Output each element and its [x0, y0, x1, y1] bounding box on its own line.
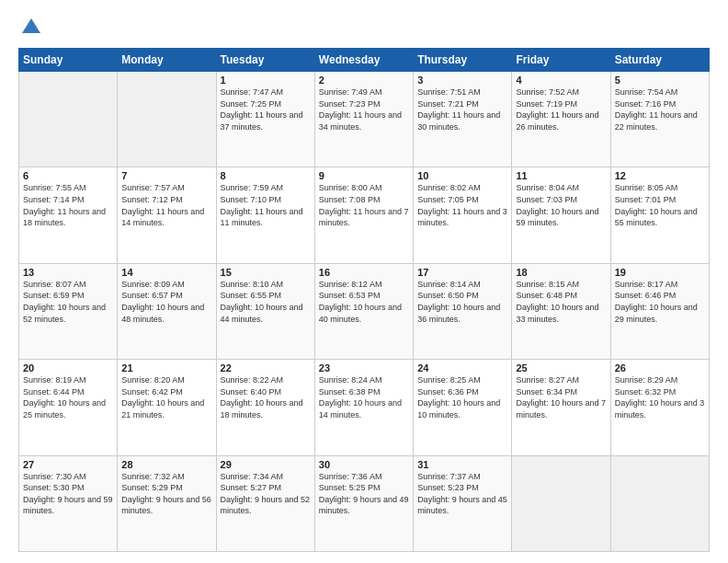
calendar-cell: 16Sunrise: 8:12 AM Sunset: 6:53 PM Dayli… — [314, 263, 413, 359]
day-info: Sunrise: 7:47 AM Sunset: 7:25 PM Dayligh… — [221, 86, 311, 132]
day-number: 22 — [221, 362, 311, 373]
day-number: 30 — [319, 459, 409, 470]
day-info: Sunrise: 8:12 AM Sunset: 6:53 PM Dayligh… — [319, 279, 409, 325]
day-info: Sunrise: 8:27 AM Sunset: 6:34 PM Dayligh… — [516, 374, 606, 420]
calendar-cell: 24Sunrise: 8:25 AM Sunset: 6:36 PM Dayli… — [414, 360, 512, 455]
calendar-cell: 12Sunrise: 8:05 AM Sunset: 7:01 PM Dayli… — [610, 167, 709, 263]
day-number: 6 — [23, 170, 113, 181]
day-info: Sunrise: 7:55 AM Sunset: 7:14 PM Dayligh… — [23, 182, 113, 228]
day-number: 15 — [221, 267, 311, 278]
day-number: 24 — [417, 362, 507, 373]
day-number: 10 — [417, 170, 507, 181]
day-info: Sunrise: 8:00 AM Sunset: 7:08 PM Dayligh… — [319, 182, 409, 228]
calendar-day-header: Thursday — [414, 49, 512, 72]
day-info: Sunrise: 8:17 AM Sunset: 6:46 PM Dayligh… — [615, 279, 705, 325]
day-info: Sunrise: 7:49 AM Sunset: 7:23 PM Dayligh… — [319, 86, 409, 132]
day-number: 25 — [516, 362, 606, 373]
day-info: Sunrise: 7:37 AM Sunset: 5:23 PM Dayligh… — [417, 471, 507, 517]
day-info: Sunrise: 7:59 AM Sunset: 7:10 PM Dayligh… — [221, 182, 311, 228]
calendar-day-header: Wednesday — [314, 49, 413, 72]
calendar-cell: 14Sunrise: 8:09 AM Sunset: 6:57 PM Dayli… — [118, 263, 216, 359]
day-number: 19 — [615, 267, 705, 278]
day-info: Sunrise: 7:51 AM Sunset: 7:21 PM Dayligh… — [417, 86, 507, 132]
day-number: 4 — [516, 75, 606, 86]
calendar-cell: 9Sunrise: 8:00 AM Sunset: 7:08 PM Daylig… — [314, 167, 413, 263]
calendar-cell: 4Sunrise: 7:52 AM Sunset: 7:19 PM Daylig… — [512, 72, 610, 167]
calendar-cell: 26Sunrise: 8:29 AM Sunset: 6:32 PM Dayli… — [610, 360, 709, 455]
day-number: 13 — [23, 267, 113, 278]
day-number: 7 — [121, 170, 211, 181]
calendar-week-row: 27Sunrise: 7:30 AM Sunset: 5:30 PM Dayli… — [19, 455, 710, 551]
day-info: Sunrise: 8:20 AM Sunset: 6:42 PM Dayligh… — [121, 374, 211, 420]
calendar-week-row: 20Sunrise: 8:19 AM Sunset: 6:44 PM Dayli… — [19, 360, 710, 455]
calendar-cell: 3Sunrise: 7:51 AM Sunset: 7:21 PM Daylig… — [414, 72, 512, 167]
calendar-cell: 28Sunrise: 7:32 AM Sunset: 5:29 PM Dayli… — [118, 455, 216, 551]
calendar-week-row: 1Sunrise: 7:47 AM Sunset: 7:25 PM Daylig… — [19, 72, 710, 167]
day-info: Sunrise: 8:05 AM Sunset: 7:01 PM Dayligh… — [615, 182, 705, 228]
calendar-cell — [512, 455, 610, 551]
day-info: Sunrise: 8:07 AM Sunset: 6:59 PM Dayligh… — [23, 279, 113, 325]
day-number: 28 — [121, 459, 211, 470]
calendar-cell: 27Sunrise: 7:30 AM Sunset: 5:30 PM Dayli… — [19, 455, 118, 551]
day-info: Sunrise: 7:36 AM Sunset: 5:25 PM Dayligh… — [319, 471, 409, 517]
day-info: Sunrise: 8:10 AM Sunset: 6:55 PM Dayligh… — [221, 279, 311, 325]
page: SundayMondayTuesdayWednesdayThursdayFrid… — [0, 0, 728, 563]
day-info: Sunrise: 7:32 AM Sunset: 5:29 PM Dayligh… — [121, 471, 211, 517]
calendar-cell — [610, 455, 709, 551]
day-number: 11 — [516, 170, 606, 181]
day-number: 20 — [23, 362, 113, 373]
calendar-cell: 8Sunrise: 7:59 AM Sunset: 7:10 PM Daylig… — [216, 167, 314, 263]
calendar-cell: 21Sunrise: 8:20 AM Sunset: 6:42 PM Dayli… — [118, 360, 216, 455]
day-number: 17 — [417, 267, 507, 278]
day-number: 8 — [221, 170, 311, 181]
day-number: 26 — [615, 362, 705, 373]
calendar-cell: 22Sunrise: 8:22 AM Sunset: 6:40 PM Dayli… — [216, 360, 314, 455]
calendar-header-row: SundayMondayTuesdayWednesdayThursdayFrid… — [19, 49, 710, 72]
day-number: 3 — [417, 75, 507, 86]
calendar-day-header: Monday — [118, 49, 216, 72]
calendar-cell: 10Sunrise: 8:02 AM Sunset: 7:05 PM Dayli… — [414, 167, 512, 263]
day-info: Sunrise: 8:14 AM Sunset: 6:50 PM Dayligh… — [417, 279, 507, 325]
day-number: 21 — [121, 362, 211, 373]
calendar-cell: 23Sunrise: 8:24 AM Sunset: 6:38 PM Dayli… — [314, 360, 413, 455]
day-info: Sunrise: 8:02 AM Sunset: 7:05 PM Dayligh… — [417, 182, 507, 228]
day-number: 23 — [319, 362, 409, 373]
day-number: 1 — [221, 75, 311, 86]
day-info: Sunrise: 7:57 AM Sunset: 7:12 PM Dayligh… — [121, 182, 211, 228]
calendar-cell: 5Sunrise: 7:54 AM Sunset: 7:16 PM Daylig… — [610, 72, 709, 167]
calendar-cell: 7Sunrise: 7:57 AM Sunset: 7:12 PM Daylig… — [118, 167, 216, 263]
day-number: 31 — [417, 459, 507, 470]
day-number: 29 — [221, 459, 311, 470]
day-info: Sunrise: 8:24 AM Sunset: 6:38 PM Dayligh… — [319, 374, 409, 420]
calendar-cell: 29Sunrise: 7:34 AM Sunset: 5:27 PM Dayli… — [216, 455, 314, 551]
calendar-day-header: Sunday — [19, 49, 118, 72]
header — [18, 15, 710, 40]
day-info: Sunrise: 8:19 AM Sunset: 6:44 PM Dayligh… — [23, 374, 113, 420]
calendar-day-header: Tuesday — [216, 49, 314, 72]
calendar-day-header: Saturday — [610, 49, 709, 72]
day-number: 5 — [615, 75, 705, 86]
calendar-day-header: Friday — [512, 49, 610, 72]
day-info: Sunrise: 8:04 AM Sunset: 7:03 PM Dayligh… — [516, 182, 606, 228]
calendar-cell: 1Sunrise: 7:47 AM Sunset: 7:25 PM Daylig… — [216, 72, 314, 167]
day-number: 2 — [319, 75, 409, 86]
calendar-cell — [118, 72, 216, 167]
day-info: Sunrise: 8:15 AM Sunset: 6:48 PM Dayligh… — [516, 279, 606, 325]
calendar-cell: 30Sunrise: 7:36 AM Sunset: 5:25 PM Dayli… — [314, 455, 413, 551]
calendar-week-row: 13Sunrise: 8:07 AM Sunset: 6:59 PM Dayli… — [19, 263, 710, 359]
calendar-table: SundayMondayTuesdayWednesdayThursdayFrid… — [18, 48, 710, 552]
day-number: 16 — [319, 267, 409, 278]
calendar-cell: 6Sunrise: 7:55 AM Sunset: 7:14 PM Daylig… — [19, 167, 118, 263]
day-info: Sunrise: 7:52 AM Sunset: 7:19 PM Dayligh… — [516, 86, 606, 132]
day-number: 18 — [516, 267, 606, 278]
calendar-cell: 31Sunrise: 7:37 AM Sunset: 5:23 PM Dayli… — [414, 455, 512, 551]
day-info: Sunrise: 7:30 AM Sunset: 5:30 PM Dayligh… — [23, 471, 113, 517]
day-info: Sunrise: 8:29 AM Sunset: 6:32 PM Dayligh… — [615, 374, 705, 420]
calendar-week-row: 6Sunrise: 7:55 AM Sunset: 7:14 PM Daylig… — [19, 167, 710, 263]
day-number: 14 — [121, 267, 211, 278]
calendar-cell — [19, 72, 118, 167]
calendar-cell: 13Sunrise: 8:07 AM Sunset: 6:59 PM Dayli… — [19, 263, 118, 359]
day-number: 27 — [23, 459, 113, 470]
calendar-cell: 17Sunrise: 8:14 AM Sunset: 6:50 PM Dayli… — [414, 263, 512, 359]
day-info: Sunrise: 7:54 AM Sunset: 7:16 PM Dayligh… — [615, 86, 705, 132]
